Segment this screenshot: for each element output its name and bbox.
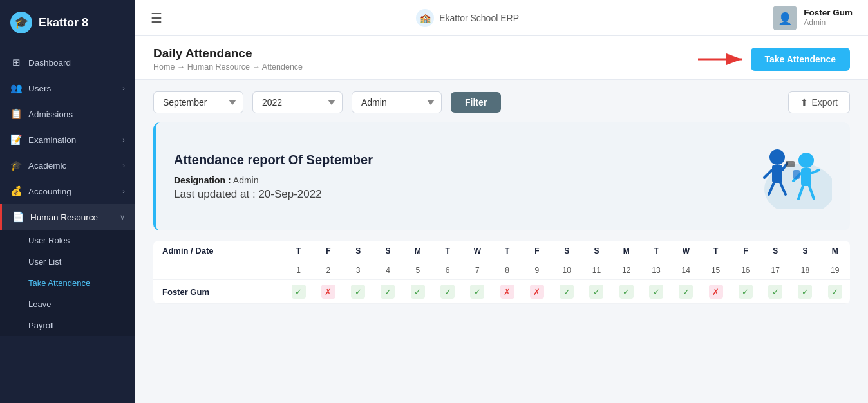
date-5: 5 <box>403 261 433 280</box>
day-T1: T <box>284 241 314 261</box>
date-3: 3 <box>343 261 373 280</box>
date-10: 10 <box>552 261 581 280</box>
day-T4: T <box>641 241 671 261</box>
day-S5: S <box>760 241 790 261</box>
attendance-table-section: Admin / Date T F S S M T W T F S S M T <box>153 241 850 304</box>
sidebar-item-leave[interactable]: Leave <box>0 294 135 315</box>
attendance-cell-18: ✓ <box>790 280 820 304</box>
chevron-right-icon: › <box>122 187 125 195</box>
school-icon: 🏫 <box>416 9 434 27</box>
report-illustration <box>729 138 832 215</box>
main-content: ☰ 🏫 Ekattor School ERP 👤 Foster Gum Admi… <box>135 0 868 403</box>
svg-rect-18 <box>793 170 800 179</box>
chevron-right-icon: › <box>122 136 125 144</box>
present-badge: ✓ <box>589 285 603 299</box>
date-17: 17 <box>760 261 790 280</box>
attendance-cell-4: ✓ <box>373 280 402 304</box>
sidebar-nav: ⊞ Dashboard 👥 Users › 📋 Admissions 📝 Exa… <box>0 44 135 403</box>
day-M2: M <box>612 241 641 261</box>
present-badge: ✓ <box>411 285 425 299</box>
chevron-right-icon: › <box>122 162 125 169</box>
red-arrow-icon <box>695 49 747 70</box>
sidebar-item-dashboard[interactable]: ⊞ Dashboard <box>0 50 135 75</box>
filter-button[interactable]: Filter <box>451 92 501 113</box>
sidebar-item-label: Dashboard <box>28 58 125 68</box>
attendance-cell-19: ✓ <box>820 280 850 304</box>
user-info: Foster Gum Admin <box>804 7 853 28</box>
page-title: Daily Attendance <box>153 46 303 61</box>
absent-badge: ✗ <box>321 285 335 299</box>
day-F3: F <box>731 241 760 261</box>
take-attendence-container: Take Attendence <box>695 48 850 71</box>
day-S4: S <box>581 241 611 261</box>
present-badge: ✓ <box>470 285 484 299</box>
attendance-cell-11: ✓ <box>581 280 611 304</box>
day-T5: T <box>701 241 730 261</box>
attendance-cell-6: ✓ <box>433 280 462 304</box>
day-W1: W <box>462 241 492 261</box>
sidebar-item-user-list[interactable]: User List <box>0 251 135 272</box>
sidebar-item-take-attendence[interactable]: Take Attendence <box>0 272 135 294</box>
day-T3: T <box>492 241 522 261</box>
sidebar-item-accounting[interactable]: 💰 Accounting › <box>0 178 135 204</box>
attendance-cell-9: ✗ <box>522 280 552 304</box>
accounting-icon: 💰 <box>10 185 22 197</box>
admissions-icon: 📋 <box>10 108 22 120</box>
sidebar-item-users[interactable]: 👥 Users › <box>0 75 135 101</box>
report-info: Attendance report Of September Designati… <box>174 153 373 201</box>
svg-point-12 <box>798 153 814 168</box>
attendance-cell-1: ✓ <box>284 280 314 304</box>
attendance-cell-3: ✓ <box>343 280 373 304</box>
sidebar-item-user-roles[interactable]: User Roles <box>0 230 135 251</box>
breadcrumb: Home → Human Resource → Attendence <box>153 62 303 71</box>
take-attendence-button[interactable]: Take Attendence <box>751 48 850 71</box>
date-18: 18 <box>790 261 820 280</box>
date-12: 12 <box>612 261 641 280</box>
present-badge: ✓ <box>768 285 782 299</box>
attendance-cell-17: ✓ <box>760 280 790 304</box>
day-S2: S <box>373 241 402 261</box>
export-button[interactable]: ⬆ Export <box>788 91 850 113</box>
sidebar-item-label: Users <box>28 84 116 93</box>
attendance-cell-14: ✓ <box>671 280 701 304</box>
sub-item-label: Take Attendence <box>28 278 90 288</box>
sidebar-item-label: Admissions <box>28 109 125 119</box>
chevron-down-icon: ∨ <box>120 213 125 221</box>
attendance-cell-5: ✓ <box>403 280 433 304</box>
date-16: 16 <box>731 261 760 280</box>
attendance-cell-8: ✗ <box>492 280 522 304</box>
day-F1: F <box>314 241 343 261</box>
date-15: 15 <box>701 261 730 280</box>
sidebar-item-label: Accounting <box>28 187 116 196</box>
topbar-left: ☰ <box>151 10 162 26</box>
sidebar-item-human-resource[interactable]: 📄 Human Resource ∨ <box>0 204 135 230</box>
date-19: 19 <box>820 261 850 280</box>
human-resource-sub-nav: User Roles User List Take Attendence Lea… <box>0 230 135 336</box>
role-select[interactable]: Admin TeacherStaff <box>352 91 442 113</box>
sidebar-item-payroll[interactable]: Payroll <box>0 315 135 336</box>
present-badge: ✓ <box>679 285 693 299</box>
sidebar: 🎓 Ekattor 8 ⊞ Dashboard 👥 Users › 📋 Admi… <box>0 0 135 403</box>
sidebar-item-academic[interactable]: 🎓 Academic › <box>0 153 135 178</box>
date-11: 11 <box>581 261 611 280</box>
sidebar-logo: 🎓 Ekattor 8 <box>0 0 135 44</box>
export-label: Export <box>812 97 838 108</box>
attendance-cell-2: ✗ <box>314 280 343 304</box>
sidebar-item-examination[interactable]: 📝 Examination › <box>0 127 135 153</box>
present-badge: ✓ <box>798 285 812 299</box>
svg-text:👤: 👤 <box>778 12 793 26</box>
avatar-image: 👤 <box>773 6 797 30</box>
sidebar-item-admissions[interactable]: 📋 Admissions <box>0 101 135 127</box>
hamburger-icon[interactable]: ☰ <box>151 10 162 26</box>
month-select[interactable]: September JanuaryFebruaryMarch AprilMayJ… <box>153 91 243 113</box>
report-updated: Last updated at : 20-Sep-2022 <box>174 188 373 201</box>
sub-item-label: User Roles <box>28 236 70 245</box>
page-content: Daily Attendance Home → Human Resource →… <box>135 36 868 403</box>
human-resource-icon: 📄 <box>12 211 24 223</box>
absent-badge: ✗ <box>500 285 514 299</box>
page-header-left: Daily Attendance Home → Human Resource →… <box>153 46 303 71</box>
year-select[interactable]: 2022 202020212023 <box>252 91 343 113</box>
date-14: 14 <box>671 261 701 280</box>
date-8: 8 <box>492 261 522 280</box>
table-date-empty <box>153 261 284 280</box>
